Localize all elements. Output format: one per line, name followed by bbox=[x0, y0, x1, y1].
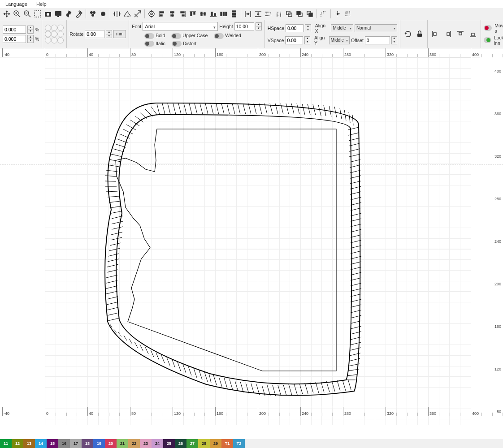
height-input[interactable] bbox=[234, 22, 254, 30]
upper-toggle[interactable]: Upper Case bbox=[171, 33, 208, 39]
target-icon[interactable] bbox=[147, 9, 156, 19]
abut-b-icon[interactable] bbox=[468, 29, 478, 39]
workspace[interactable]: -4004080120160200240280320360400 4003603… bbox=[0, 48, 503, 425]
grid-snap-icon[interactable] bbox=[343, 9, 353, 19]
offset-input[interactable] bbox=[365, 36, 390, 44]
zoom-in-icon[interactable] bbox=[12, 9, 22, 19]
swatch-22[interactable]: 22 bbox=[128, 439, 140, 448]
dist-h-icon[interactable] bbox=[219, 9, 229, 19]
aligny-select[interactable]: Middle bbox=[329, 36, 350, 44]
y-spinner[interactable]: ▲▼ bbox=[27, 35, 34, 43]
toolbar-separator bbox=[144, 9, 145, 18]
ruler-bottom: -4004080120160200240280320360400 bbox=[0, 407, 480, 416]
rotate-spinner[interactable]: ▲▼ bbox=[106, 30, 112, 38]
same-h-icon[interactable] bbox=[274, 9, 284, 19]
offset-spinner[interactable]: ▲▼ bbox=[391, 36, 397, 44]
welded-toggle[interactable]: Welded bbox=[214, 33, 241, 39]
screen-icon[interactable] bbox=[53, 9, 63, 19]
swatch-24[interactable]: 24 bbox=[152, 439, 163, 448]
zoom-out-icon[interactable] bbox=[22, 9, 32, 19]
font-select[interactable]: Arial bbox=[143, 22, 218, 31]
abut-r-icon[interactable] bbox=[443, 29, 453, 39]
page-right-edge bbox=[471, 57, 471, 425]
italic-toggle[interactable]: Italic bbox=[144, 41, 165, 47]
swatch-13[interactable]: 13 bbox=[23, 439, 35, 448]
svg-rect-14 bbox=[160, 12, 164, 13]
mode-select[interactable]: Normal bbox=[355, 24, 397, 32]
align-top-icon[interactable] bbox=[188, 9, 198, 19]
menu-language[interactable]: Language bbox=[5, 1, 27, 7]
swatch-14[interactable]: 14 bbox=[35, 439, 47, 448]
ungroup-icon[interactable] bbox=[98, 9, 108, 19]
height-spinner[interactable]: ▲▼ bbox=[256, 22, 262, 30]
send-icon[interactable] bbox=[133, 9, 143, 19]
flip-h-icon[interactable] bbox=[112, 9, 122, 19]
align-hcenter-icon[interactable] bbox=[167, 9, 177, 19]
hspace-spinner[interactable]: ▲▼ bbox=[305, 24, 311, 32]
align-bottom-icon[interactable] bbox=[208, 9, 218, 19]
abut-l-icon[interactable] bbox=[430, 29, 440, 39]
swatch-25[interactable]: 25 bbox=[163, 439, 175, 448]
swatch-11[interactable]: 11 bbox=[0, 439, 12, 448]
swatch-T2[interactable]: T2 bbox=[233, 439, 245, 448]
aligny-label: Align Y bbox=[314, 35, 328, 46]
bool-sub-icon[interactable] bbox=[295, 9, 304, 19]
align-left-icon[interactable] bbox=[157, 9, 167, 19]
y-input[interactable] bbox=[3, 35, 26, 43]
lock-toggle[interactable] bbox=[484, 37, 491, 43]
space-v-icon[interactable] bbox=[253, 9, 263, 19]
swatch-26[interactable]: 26 bbox=[175, 439, 186, 448]
gear-icon[interactable] bbox=[64, 9, 74, 19]
svg-point-38 bbox=[337, 13, 338, 15]
hspace-input[interactable] bbox=[286, 24, 304, 32]
move-icon[interactable] bbox=[2, 9, 12, 19]
bool-union-icon[interactable] bbox=[284, 9, 294, 19]
swatch-17[interactable]: 17 bbox=[70, 439, 82, 448]
svg-rect-23 bbox=[204, 13, 205, 15]
zoom-selection-icon[interactable] bbox=[33, 9, 43, 19]
group-icon[interactable] bbox=[88, 9, 98, 19]
swatch-18[interactable]: 18 bbox=[82, 439, 93, 448]
swatch-15[interactable]: 15 bbox=[47, 439, 58, 448]
lock-tool-icon[interactable] bbox=[415, 29, 425, 39]
swatch-T1[interactable]: T1 bbox=[221, 439, 233, 448]
dist-v-icon[interactable] bbox=[229, 9, 239, 19]
unit-button[interactable]: mm bbox=[113, 30, 126, 38]
distort-toggle[interactable]: Distort bbox=[172, 41, 196, 47]
flip-v-icon[interactable] bbox=[122, 9, 132, 19]
move-all-toggle[interactable] bbox=[484, 25, 492, 31]
camera-icon[interactable] bbox=[43, 9, 53, 19]
x-input[interactable] bbox=[3, 26, 26, 34]
anchor-grid[interactable] bbox=[45, 25, 64, 43]
vspace-input[interactable] bbox=[285, 36, 303, 44]
corner-icon[interactable] bbox=[319, 9, 329, 19]
swatch-20[interactable]: 20 bbox=[105, 439, 117, 448]
rotate-input[interactable] bbox=[85, 30, 104, 38]
same-w-icon[interactable] bbox=[264, 9, 273, 19]
snap-icon[interactable] bbox=[333, 9, 343, 19]
swatch-12[interactable]: 12 bbox=[12, 439, 23, 448]
swatch-16[interactable]: 16 bbox=[58, 439, 70, 448]
align-right-icon[interactable] bbox=[178, 9, 187, 19]
svg-rect-42 bbox=[459, 32, 462, 35]
space-h-icon[interactable] bbox=[243, 9, 253, 19]
percent-label: % bbox=[35, 27, 39, 32]
bold-toggle[interactable]: Bold bbox=[144, 33, 165, 39]
ruler-right: 40036032028024020016012080 bbox=[480, 48, 503, 425]
x-spinner[interactable]: ▲▼ bbox=[27, 26, 34, 34]
refresh-icon[interactable] bbox=[403, 29, 413, 39]
bool-int-icon[interactable] bbox=[305, 9, 315, 19]
swatch-21[interactable]: 21 bbox=[117, 439, 128, 448]
vspace-spinner[interactable]: ▲▼ bbox=[304, 36, 310, 44]
svg-rect-6 bbox=[57, 16, 59, 17]
menu-help[interactable]: Help bbox=[36, 1, 47, 7]
tools-icon[interactable] bbox=[74, 9, 84, 19]
swatch-29[interactable]: 29 bbox=[210, 439, 221, 448]
swatch-27[interactable]: 27 bbox=[186, 439, 198, 448]
swatch-19[interactable]: 19 bbox=[93, 439, 105, 448]
swatch-28[interactable]: 28 bbox=[198, 439, 210, 448]
abut-t-icon[interactable] bbox=[455, 29, 465, 39]
swatch-23[interactable]: 23 bbox=[140, 439, 152, 448]
alignx-select[interactable]: Middle bbox=[331, 24, 353, 32]
align-vcenter-icon[interactable] bbox=[198, 9, 208, 19]
